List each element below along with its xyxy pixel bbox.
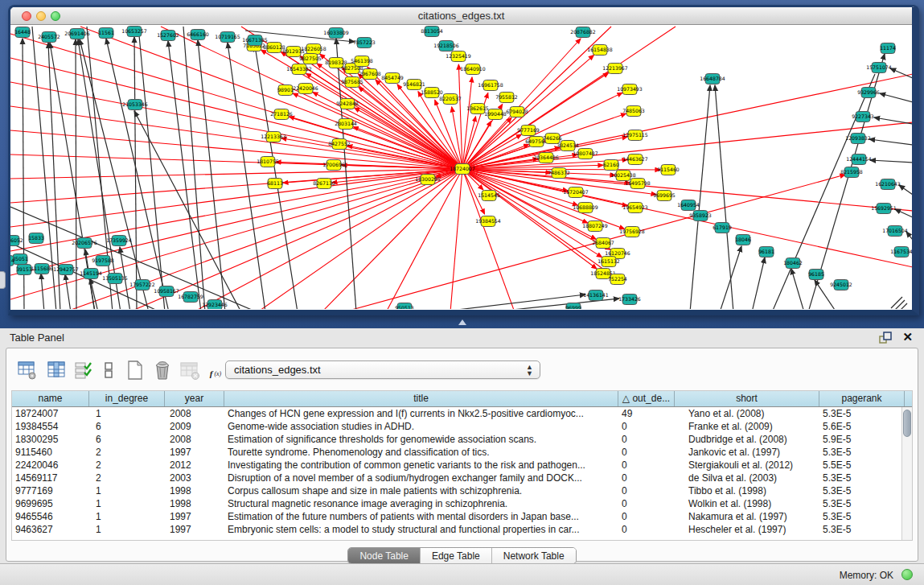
graph-node[interactable]: 18046	[735, 235, 751, 245]
graph-node[interactable]: 96185	[808, 270, 824, 280]
graph-node[interactable]: 16154838	[587, 45, 613, 56]
column-header-short[interactable]: short	[675, 391, 819, 406]
graph-edge[interactable]	[791, 269, 804, 309]
graph-node[interactable]: 12975115	[622, 130, 648, 141]
tab-network-table[interactable]: Network Table	[492, 548, 576, 563]
graph-node[interactable]: 7955812	[495, 93, 518, 103]
graph-node[interactable]: 12093832	[845, 134, 871, 144]
delete-column-icon[interactable]	[153, 360, 172, 381]
graph-node[interactable]: 1640954	[677, 200, 700, 211]
graph-node[interactable]: 2803144	[335, 119, 357, 130]
table-row[interactable]: 969969511998Structural magnetic resonanc…	[12, 497, 912, 510]
graph-node[interactable]: 12325419	[446, 51, 471, 62]
graph-node[interactable]: 10719165	[215, 32, 240, 43]
network-window[interactable]: citations_edges.txt 18724007716382288601…	[8, 5, 919, 315]
table-row[interactable]: 946554611997Estimation of the future num…	[12, 510, 912, 523]
graph-node[interactable]: 19654923	[622, 203, 648, 213]
graph-edge[interactable]	[306, 73, 462, 169]
graph-node[interactable]: 16210643	[875, 179, 901, 190]
graph-node[interactable]: 1990448	[484, 109, 507, 120]
graph-node[interactable]: 8427552	[328, 139, 351, 150]
graph-edge[interactable]	[891, 297, 902, 308]
column-header-name[interactable]: name	[12, 391, 89, 406]
column-header-year[interactable]: year	[165, 391, 224, 406]
graph-node[interactable]: 9827505	[299, 54, 322, 64]
column-header-pagerank[interactable]: pagerank	[819, 391, 905, 406]
graph-node[interactable]: 8215958	[840, 167, 863, 178]
graph-node[interactable]: 16033809	[323, 28, 349, 39]
table-selector-dropdown[interactable]: citations_edges.txt ▲▼	[225, 360, 540, 379]
graph-edge[interactable]	[752, 257, 765, 309]
graph-edge[interactable]	[880, 93, 912, 102]
graph-edge[interactable]	[65, 274, 71, 309]
graph-node[interactable]: 9146821	[403, 80, 425, 90]
graph-node[interactable]: 7485063	[622, 106, 645, 117]
graph-node[interactable]: 10973493	[617, 84, 643, 95]
graph-node[interactable]: 15833	[28, 233, 44, 244]
graph-node[interactable]: 85051	[12, 254, 28, 265]
graph-node[interactable]: 2684067	[592, 238, 614, 249]
graph-node[interactable]: 16961758	[478, 80, 503, 91]
graph-edge[interactable]	[10, 34, 462, 169]
graph-node[interactable]: 2616052	[10, 236, 23, 246]
graph-node[interactable]: 9875685	[341, 77, 363, 88]
graph-node[interactable]: 7857223	[353, 38, 376, 48]
graph-node[interactable]: 8813054	[421, 27, 443, 37]
graph-node[interactable]: 15751074	[866, 63, 892, 73]
graph-edge[interactable]	[715, 85, 733, 309]
graph-node[interactable]: 10958167	[154, 286, 179, 297]
graph-node[interactable]: 18640910	[460, 64, 486, 75]
graph-edge[interactable]	[874, 117, 912, 124]
graph-edge[interactable]	[228, 43, 265, 309]
close-icon[interactable]: ✕	[902, 330, 913, 344]
graph-node[interactable]: 9245012	[830, 280, 852, 290]
graph-node[interactable]: 14136141	[583, 290, 609, 301]
graph-edge[interactable]	[462, 74, 912, 169]
graph-node[interactable]: 17957222	[129, 280, 155, 290]
table-row[interactable]: 911546021997Tourette syndrome. Phenomeno…	[12, 446, 912, 459]
graph-node[interactable]: 180462	[783, 258, 803, 269]
table-row[interactable]: 2242004622012Investigating the contribut…	[12, 459, 912, 472]
table-mode-icon[interactable]	[18, 360, 37, 381]
graph-edge[interactable]	[134, 37, 137, 309]
show-columns-icon[interactable]	[47, 360, 66, 381]
graph-node[interactable]: 8220537	[439, 94, 462, 105]
tab-node-table[interactable]: Node Table	[348, 548, 421, 563]
graph-node[interactable]: 98901	[277, 85, 294, 96]
tab-edge-table[interactable]: Edge Table	[421, 548, 492, 563]
table-row[interactable]: 1830029562008Estimation of significance …	[12, 433, 912, 446]
row-height-icon[interactable]	[100, 360, 119, 381]
graph-node[interactable]: 11561	[98, 28, 114, 39]
network-window-titlebar[interactable]: citations_edges.txt	[10, 7, 912, 25]
vertical-scrollbar[interactable]	[901, 407, 912, 540]
graph-node[interactable]: 6794028	[506, 107, 528, 117]
graph-node[interactable]: 12213363	[261, 132, 286, 142]
graph-node[interactable]: 2718126	[270, 109, 293, 120]
graph-node[interactable]: 15692951	[871, 204, 897, 214]
graph-edge[interactable]	[134, 111, 241, 309]
graph-node[interactable]: 19384554	[475, 216, 501, 227]
table-row[interactable]: 1456911722003Disruption of a novel membe…	[12, 472, 912, 484]
graph-node[interactable]: 1145194	[80, 269, 102, 279]
graph-node[interactable]: 1167534	[890, 247, 912, 257]
graph-edge[interactable]	[300, 56, 462, 169]
graph-node[interactable]: 2405572	[38, 32, 60, 43]
graph-node[interactable]: 19218506	[433, 41, 459, 51]
graph-node[interactable]: 12923446	[202, 300, 228, 310]
graph-node[interactable]: 617919	[713, 223, 732, 233]
graph-node[interactable]: 16448	[14, 27, 31, 38]
graph-edge[interactable]	[386, 169, 462, 309]
graph-edge[interactable]	[41, 274, 44, 309]
graph-node[interactable]: 39153	[16, 265, 32, 275]
table-row[interactable]: 1872400712008Changes of HCN gene express…	[12, 407, 912, 420]
graph-edge[interactable]	[10, 207, 257, 309]
graph-node[interactable]: 16648784	[700, 74, 725, 84]
graph-node[interactable]: 9329966	[857, 88, 880, 98]
graph-node[interactable]: 9699695	[653, 191, 676, 201]
graph-edge[interactable]	[10, 130, 462, 169]
graph-node[interactable]: 9115460	[657, 165, 680, 175]
graph-node[interactable]: 14463627	[622, 154, 648, 165]
graph-edge[interactable]	[869, 139, 912, 145]
graph-node[interactable]: 3824534	[556, 141, 579, 151]
graph-node[interactable]: 96181	[758, 247, 774, 257]
